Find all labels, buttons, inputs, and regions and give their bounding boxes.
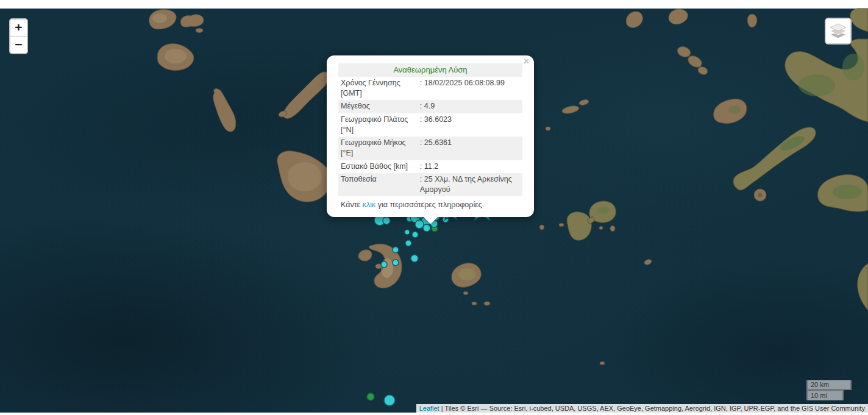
row-value: : 36.6023 [418, 113, 522, 137]
earthquake-marker-circle[interactable] [367, 393, 374, 400]
row-value: : 11.2 [418, 160, 522, 173]
popup-footer: Κάντε κλικ για περισσότερες πληροφορίες [338, 200, 522, 209]
row-label: Μέγεθος [338, 100, 418, 113]
attribution-bar: Leaflet | Tiles © Esri — Source: Esri, i… [416, 404, 868, 413]
layers-icon [830, 23, 847, 39]
earthquake-marker-circle[interactable] [405, 240, 411, 246]
earthquake-marker-circle[interactable] [393, 260, 399, 266]
zoom-in-button[interactable]: + [10, 20, 27, 37]
popup-title: Αναθεωρημένη Λύση [338, 63, 522, 77]
row-label: Εστιακό Βάθος [km] [338, 160, 418, 173]
earthquake-marker-circle[interactable] [393, 247, 399, 253]
row-value: : 4.9 [418, 100, 522, 113]
row-label: Γεωγραφικό Πλάτος [°N] [338, 113, 418, 137]
earthquake-marker-circle[interactable] [411, 255, 418, 262]
earthquake-marker-circle[interactable] [423, 224, 430, 232]
tiles-attribution: Tiles © Esri — Source: Esri, i-cubed, US… [444, 405, 865, 412]
earthquake-marker-circle[interactable] [412, 232, 418, 238]
earthquake-marker-circle[interactable] [384, 395, 395, 406]
row-value: : 25.6361 [418, 137, 522, 160]
scale-km: 20 km [806, 380, 852, 391]
earthquake-marker-circle[interactable] [383, 217, 390, 224]
scale-control: 20 km 10 mi [806, 380, 852, 400]
row-value: : 25 Χλμ. ΝΔ της Αρκεσίνης Αμοργού [418, 173, 522, 197]
earthquake-marker-circle[interactable] [405, 230, 410, 235]
popup-close-button[interactable]: × [524, 57, 529, 66]
earthquake-marker-circle[interactable] [381, 261, 387, 268]
more-info-link[interactable]: κλικ [363, 200, 376, 209]
row-value: : 18/02/2025 06:08:08.99 [418, 77, 522, 101]
row-label: Γεωγραφικό Μήκος [°E] [338, 137, 418, 160]
earthquake-info-table: Αναθεωρημένη Λύση Χρόνος Γέννησης [GMT]:… [338, 63, 522, 196]
layers-control-button[interactable] [825, 18, 852, 44]
footer-text: Κάντε [341, 200, 363, 209]
row-label: Χρόνος Γέννησης [GMT] [338, 77, 418, 101]
map-window: + − × Αναθεωρημένη Λύση Χρόνος Γέννησης … [0, 0, 868, 415]
earthquake-marker-circle[interactable] [415, 220, 424, 229]
earthquake-popup: × Αναθεωρημένη Λύση Χρόνος Γέννησης [GMT… [327, 55, 534, 217]
zoom-out-button[interactable]: − [10, 37, 27, 53]
zoom-control: + − [9, 18, 28, 54]
row-label: Τοποθεσία [338, 173, 418, 197]
footer-text: για περισσότερες πληροφορίες [375, 200, 482, 209]
scale-mi: 10 mi [806, 390, 844, 400]
leaflet-link[interactable]: Leaflet [419, 405, 439, 412]
